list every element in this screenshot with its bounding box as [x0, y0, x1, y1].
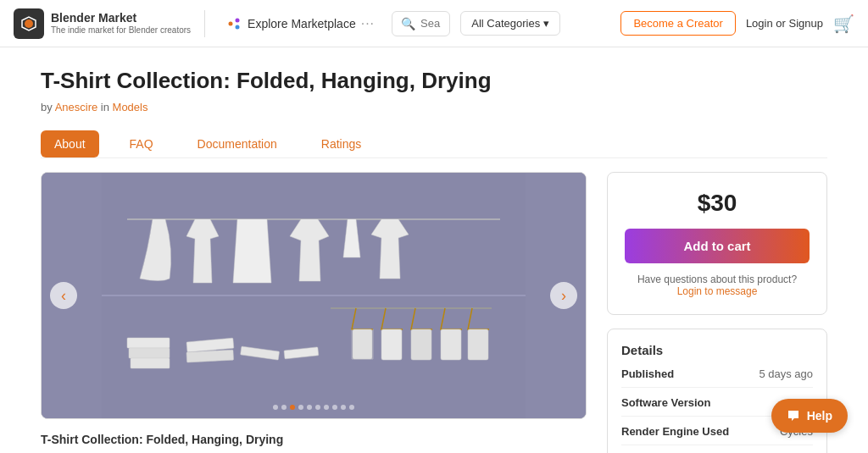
details-box: Details Published 5 days ago Software Ve… — [607, 329, 827, 453]
or-label: or — [776, 17, 786, 30]
detail-label-render: Render Engine Used — [621, 425, 729, 438]
left-panel: ‹ › T-Shirt Collection: Folded, H — [41, 172, 587, 453]
svg-rect-13 — [127, 338, 170, 348]
search-icon: 🔍 — [401, 17, 415, 30]
carousel-dot-active[interactable] — [290, 405, 295, 410]
description-title: T-Shirt Collection: Folded, Hanging, Dry… — [41, 433, 587, 446]
help-label: Help — [807, 409, 832, 423]
svg-point-3 — [236, 25, 240, 29]
category-select[interactable]: All Categories ▾ — [460, 11, 560, 36]
explore-marketplace-button[interactable]: Explore Marketplace ··· — [219, 12, 381, 36]
cart-icon[interactable]: 🛒 — [833, 14, 854, 34]
product-title: T-Shirt Collection: Folded, Hanging, Dry… — [41, 68, 827, 94]
brand-name: Blender Market — [51, 11, 191, 25]
content-layout: ‹ › T-Shirt Collection: Folded, H — [41, 172, 827, 453]
details-title: Details — [621, 343, 813, 357]
header-divider — [204, 10, 205, 37]
add-to-cart-button[interactable]: Add to cart — [625, 229, 810, 263]
carousel-dot[interactable] — [307, 405, 312, 410]
carousel-dot[interactable] — [332, 405, 337, 410]
brand-tagline: The indie market for Blender creators — [51, 25, 191, 36]
product-price: $30 — [625, 190, 810, 217]
explore-dots: ··· — [361, 16, 375, 31]
questions-label: Have questions about this product? — [637, 273, 797, 285]
product-image — [42, 173, 586, 418]
svg-rect-10 — [411, 329, 431, 360]
carousel-dot[interactable] — [315, 405, 320, 410]
detail-label-software: Software Version — [621, 396, 710, 409]
search-input[interactable] — [420, 17, 441, 30]
signup-link[interactable]: Signup — [789, 17, 823, 30]
tab-bar: About FAQ Documentation Ratings — [41, 130, 827, 158]
author-link[interactable]: Anescire — [55, 101, 98, 113]
svg-rect-8 — [353, 329, 372, 359]
tab-ratings[interactable]: Ratings — [308, 130, 375, 157]
carousel-dot[interactable] — [273, 405, 278, 410]
become-creator-button[interactable]: Become a Creator — [620, 11, 736, 36]
detail-value-published: 5 days ago — [759, 367, 813, 380]
category-preposition: in — [101, 101, 113, 113]
price-box: $30 Add to cart Have questions about thi… — [607, 172, 827, 315]
login-signup-area: Login or Signup — [746, 17, 823, 30]
svg-rect-12 — [468, 329, 488, 360]
carousel-prev-button[interactable]: ‹ — [50, 282, 77, 309]
svg-rect-15 — [131, 358, 170, 368]
svg-rect-17 — [186, 350, 234, 362]
chat-icon — [787, 409, 800, 423]
help-button[interactable]: Help — [771, 399, 848, 433]
product-carousel: ‹ › — [41, 172, 587, 419]
header: Blender Market The indie market for Blen… — [0, 0, 868, 47]
svg-rect-9 — [381, 329, 402, 360]
tab-faq[interactable]: FAQ — [116, 130, 167, 157]
carousel-next-button[interactable]: › — [550, 282, 577, 309]
svg-rect-14 — [129, 348, 170, 358]
svg-point-1 — [229, 21, 233, 25]
search-bar: 🔍 — [392, 11, 450, 36]
brand-logo-link[interactable]: Blender Market The indie market for Blen… — [14, 8, 191, 39]
tab-documentation[interactable]: Documentation — [184, 130, 291, 157]
brand-text: Blender Market The indie market for Blen… — [51, 11, 191, 36]
questions-text: Have questions about this product? Login… — [625, 273, 810, 297]
login-link[interactable]: Login — [746, 17, 773, 30]
carousel-dot[interactable] — [281, 405, 287, 410]
detail-label-published: Published — [621, 367, 674, 380]
explore-label: Explore Marketplace — [248, 17, 356, 30]
svg-rect-11 — [441, 329, 461, 360]
carousel-dot[interactable] — [349, 405, 354, 410]
svg-point-0 — [25, 19, 33, 28]
carousel-inner — [42, 173, 586, 418]
tab-about[interactable]: About — [41, 130, 99, 157]
svg-point-2 — [236, 18, 240, 22]
carousel-dot[interactable] — [298, 405, 303, 410]
carousel-dot[interactable] — [341, 405, 346, 410]
main-content: T-Shirt Collection: Folded, Hanging, Dry… — [27, 47, 841, 453]
chevron-down-icon: ▾ — [543, 17, 549, 30]
author-prefix: by — [41, 101, 55, 113]
detail-row-published: Published 5 days ago — [621, 367, 813, 388]
explore-icon — [225, 15, 242, 32]
login-to-message-link[interactable]: Login to message — [677, 285, 758, 297]
product-author: by Anescire in Models — [41, 101, 827, 113]
carousel-dot[interactable] — [324, 405, 329, 410]
brand-logo — [14, 8, 44, 39]
category-link[interactable]: Models — [113, 101, 148, 113]
category-label: All Categories — [471, 17, 540, 30]
carousel-dots — [273, 405, 354, 410]
